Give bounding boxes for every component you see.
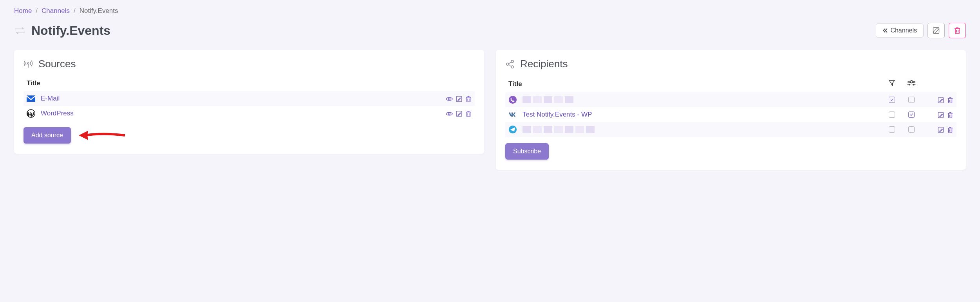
users-icon xyxy=(907,79,916,86)
blurred-text xyxy=(523,96,573,103)
pencil-square-icon[interactable] xyxy=(937,111,944,119)
sources-table: Title E-Mail xyxy=(24,77,475,121)
trash-icon[interactable] xyxy=(947,111,953,119)
source-link[interactable]: E-Mail xyxy=(41,95,60,102)
group-checkbox[interactable] xyxy=(908,111,915,118)
svg-point-13 xyxy=(913,81,915,83)
back-channels-button[interactable]: Channels xyxy=(876,23,924,38)
filter-checkbox[interactable] xyxy=(889,111,895,118)
svg-rect-2 xyxy=(27,95,35,102)
breadcrumb-channels[interactable]: Channels xyxy=(42,7,70,15)
trash-icon[interactable] xyxy=(947,97,953,104)
vk-icon xyxy=(508,110,517,119)
recipients-col-filter[interactable] xyxy=(882,77,902,92)
recipients-table: Title xyxy=(505,77,956,137)
group-checkbox[interactable] xyxy=(908,126,915,133)
svg-point-14 xyxy=(509,96,517,104)
breadcrumb: Home / Channels / Notify.Events xyxy=(14,7,966,15)
subscribe-button[interactable]: Subscribe xyxy=(505,143,549,160)
broadcast-icon xyxy=(24,59,33,69)
svg-point-12 xyxy=(908,81,909,83)
svg-point-6 xyxy=(448,113,450,115)
recipients-col-title: Title xyxy=(505,77,882,92)
telegram-icon xyxy=(508,125,517,134)
trash-icon[interactable] xyxy=(465,95,472,102)
svg-point-1 xyxy=(27,63,29,64)
wordpress-icon xyxy=(27,109,35,118)
swap-icon xyxy=(14,26,26,35)
pencil-square-icon[interactable] xyxy=(937,97,944,104)
group-checkbox[interactable] xyxy=(908,97,915,103)
filter-checkbox[interactable] xyxy=(889,97,895,103)
email-icon xyxy=(27,94,35,103)
breadcrumb-current: Notify.Events xyxy=(80,7,118,15)
filter-checkbox[interactable] xyxy=(889,126,895,133)
breadcrumb-home[interactable]: Home xyxy=(14,7,32,15)
table-row xyxy=(505,92,956,107)
table-row xyxy=(505,122,956,137)
blurred-text xyxy=(523,126,595,133)
filter-icon xyxy=(888,79,895,86)
recipients-col-group[interactable] xyxy=(902,77,921,92)
svg-point-8 xyxy=(506,63,509,65)
trash-icon[interactable] xyxy=(465,110,472,117)
sources-col-actions xyxy=(439,77,475,91)
viber-icon xyxy=(508,95,517,104)
sources-col-title: Title xyxy=(24,77,439,91)
svg-point-9 xyxy=(511,60,514,63)
recipients-title: Recipients xyxy=(520,58,568,70)
sources-card: Sources Title xyxy=(14,50,484,154)
recipients-card: Recipients Title xyxy=(496,50,966,170)
cards-row: Sources Title xyxy=(14,50,966,170)
chevron-left-double-icon xyxy=(882,28,888,33)
recipients-col-actions xyxy=(921,77,956,92)
page-title: Notify.Events xyxy=(31,23,110,38)
edit-channel-button[interactable] xyxy=(928,23,945,38)
trash-icon xyxy=(954,27,961,34)
eye-icon[interactable] xyxy=(445,111,453,117)
source-link[interactable]: WordPress xyxy=(41,110,74,117)
sources-title: Sources xyxy=(38,58,76,70)
svg-point-10 xyxy=(511,66,514,68)
table-row: WordPress xyxy=(24,106,475,121)
recipient-link[interactable]: Test Notify.Events - WP xyxy=(523,111,592,119)
svg-point-11 xyxy=(910,81,913,83)
table-row: E-Mail xyxy=(24,91,475,106)
add-source-button[interactable]: Add source xyxy=(24,127,71,144)
pencil-square-icon xyxy=(932,27,940,34)
back-channels-label: Channels xyxy=(890,27,917,34)
svg-point-3 xyxy=(448,98,450,100)
pencil-square-icon[interactable] xyxy=(456,110,463,117)
share-icon xyxy=(505,59,515,69)
pencil-square-icon[interactable] xyxy=(456,95,463,102)
eye-icon[interactable] xyxy=(445,96,453,102)
trash-icon[interactable] xyxy=(947,126,953,133)
breadcrumb-sep: / xyxy=(74,7,76,15)
breadcrumb-sep: / xyxy=(36,7,38,15)
pencil-square-icon[interactable] xyxy=(937,126,944,133)
delete-channel-button[interactable] xyxy=(949,23,966,38)
table-row: Test Notify.Events - WP xyxy=(505,107,956,122)
page-header: Notify.Events Channels xyxy=(14,23,966,38)
arrow-annotation-icon xyxy=(79,129,126,141)
